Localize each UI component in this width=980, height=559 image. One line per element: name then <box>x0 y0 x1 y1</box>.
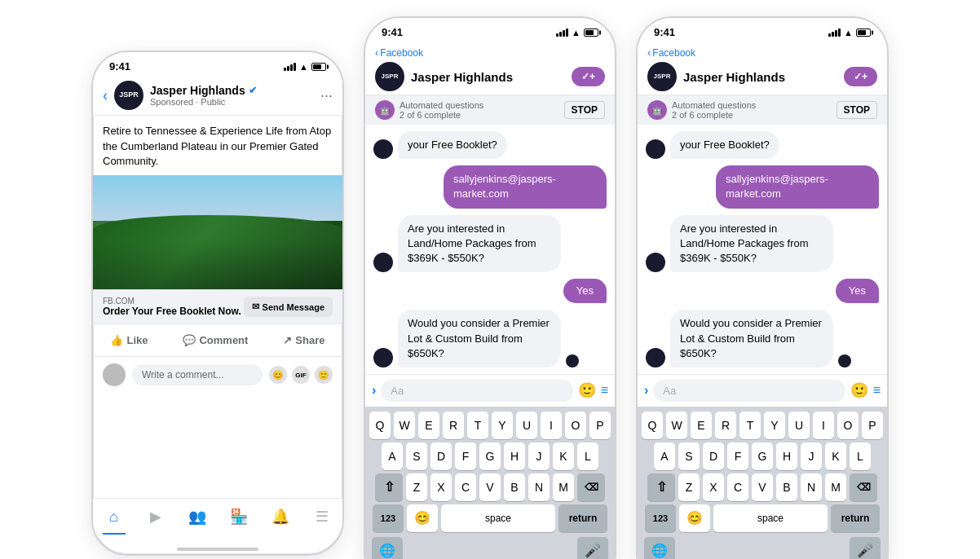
auto-avatar-2: 🤖 <box>647 100 667 120</box>
key-W[interactable]: W <box>394 412 415 439</box>
messenger-action-button-2[interactable]: ✓+ <box>844 67 877 86</box>
key-space-2[interactable]: space <box>713 504 828 532</box>
comment-input[interactable]: Write a comment... <box>132 364 263 385</box>
emoji-picker-icon-2[interactable]: 🙂 <box>850 381 868 399</box>
key-G[interactable]: G <box>479 442 501 470</box>
key-P2[interactable]: P <box>862 412 883 439</box>
key-emoji-2[interactable]: 😊 <box>679 504 710 532</box>
emoji-picker-icon[interactable]: 🙂 <box>578 381 596 399</box>
key-globe-2[interactable]: 🌐 <box>644 537 675 559</box>
key-mic-2[interactable]: 🎤 <box>850 537 881 559</box>
message-input-2[interactable]: Aa <box>653 380 845 402</box>
key-D[interactable]: D <box>430 442 452 470</box>
key-O2[interactable]: O <box>837 412 859 439</box>
messenger-back-button-2[interactable]: ‹ Facebook <box>647 46 695 59</box>
key-K[interactable]: K <box>553 442 574 470</box>
key-Z2[interactable]: Z <box>678 473 700 501</box>
key-C2[interactable]: C <box>727 473 748 501</box>
messenger-action-button[interactable]: ✓+ <box>572 67 605 86</box>
key-emoji[interactable]: 😊 <box>407 504 438 532</box>
key-R[interactable]: R <box>443 412 464 439</box>
key-E[interactable]: E <box>418 412 439 439</box>
key-H[interactable]: H <box>504 442 525 470</box>
signal-icon-3 <box>828 29 841 37</box>
key-M2[interactable]: M <box>825 473 846 501</box>
key-return[interactable]: return <box>558 504 607 532</box>
key-V[interactable]: V <box>479 473 501 501</box>
key-O[interactable]: O <box>565 412 586 439</box>
key-U[interactable]: U <box>516 412 537 439</box>
key-W2[interactable]: W <box>666 412 687 439</box>
key-M[interactable]: M <box>553 473 574 501</box>
key-Z[interactable]: Z <box>406 473 427 501</box>
nav-video-icon[interactable]: ▶ <box>144 505 167 528</box>
key-I2[interactable]: I <box>813 412 834 439</box>
key-J[interactable]: J <box>528 442 550 470</box>
key-mic[interactable]: 🎤 <box>577 537 608 559</box>
key-N[interactable]: N <box>528 473 550 501</box>
messenger-back-button[interactable]: ‹ Facebook <box>375 46 423 59</box>
key-R2[interactable]: R <box>715 412 736 439</box>
nav-bell-icon[interactable]: 🔔 <box>269 505 292 528</box>
back-arrow-icon[interactable]: ‹ <box>103 87 108 104</box>
key-L2[interactable]: L <box>850 442 871 470</box>
key-E2[interactable]: E <box>691 412 712 439</box>
nav-friends-icon[interactable]: 👥 <box>186 505 209 528</box>
key-F2[interactable]: F <box>727 442 748 470</box>
key-V2[interactable]: V <box>752 473 773 501</box>
key-space[interactable]: space <box>441 504 555 532</box>
key-S2[interactable]: S <box>678 442 700 470</box>
key-numbers[interactable]: 123 <box>373 504 404 532</box>
gif-icon[interactable]: GIF <box>292 366 310 384</box>
key-A2[interactable]: A <box>654 442 675 470</box>
key-B2[interactable]: B <box>776 473 797 501</box>
stop-button[interactable]: STOP <box>564 101 605 119</box>
key-A[interactable]: A <box>382 442 403 470</box>
key-Q[interactable]: Q <box>369 412 391 439</box>
message-expand-icon-2[interactable]: › <box>644 383 648 398</box>
key-shift-2[interactable]: ⇧ <box>647 473 675 501</box>
key-T2[interactable]: T <box>739 412 761 439</box>
share-button[interactable]: ↗ Share <box>273 328 334 353</box>
key-Y[interactable]: Y <box>492 412 513 439</box>
key-J2[interactable]: J <box>801 442 822 470</box>
key-U2[interactable]: U <box>788 412 810 439</box>
key-D2[interactable]: D <box>703 442 724 470</box>
key-G2[interactable]: G <box>752 442 773 470</box>
key-delete[interactable]: ⌫ <box>577 473 605 501</box>
key-N2[interactable]: N <box>801 473 822 501</box>
key-B[interactable]: B <box>504 473 525 501</box>
menu-lines-icon-2[interactable]: ≡ <box>873 383 881 398</box>
more-options-icon[interactable]: ··· <box>320 87 333 104</box>
key-F[interactable]: F <box>455 442 476 470</box>
key-delete-2[interactable]: ⌫ <box>850 473 877 501</box>
key-S[interactable]: S <box>406 442 427 470</box>
key-I[interactable]: I <box>541 412 562 439</box>
key-X[interactable]: X <box>430 473 452 501</box>
comment-button[interactable]: 💬 Comment <box>173 328 258 353</box>
emoji-icon[interactable]: 🙂 <box>315 366 333 384</box>
key-globe[interactable]: 🌐 <box>372 537 403 559</box>
key-shift[interactable]: ⇧ <box>375 473 403 501</box>
stop-button-2[interactable]: STOP <box>837 101 877 119</box>
key-C[interactable]: C <box>455 473 476 501</box>
key-Y2[interactable]: Y <box>764 412 785 439</box>
key-X2[interactable]: X <box>703 473 724 501</box>
nav-home-icon[interactable]: ⌂ <box>103 505 126 528</box>
avatar-sticker-icon[interactable]: 😊 <box>269 366 287 384</box>
key-H2[interactable]: H <box>776 442 797 470</box>
key-Q2[interactable]: Q <box>642 412 663 439</box>
menu-lines-icon[interactable]: ≡ <box>601 383 608 398</box>
like-button[interactable]: 👍 Like <box>100 328 157 353</box>
key-T[interactable]: T <box>467 412 488 439</box>
send-message-button[interactable]: ✉ Send Message <box>244 297 333 317</box>
key-P[interactable]: P <box>589 412 611 439</box>
message-expand-icon[interactable]: › <box>372 383 376 398</box>
key-numbers-2[interactable]: 123 <box>645 504 676 532</box>
key-K2[interactable]: K <box>825 442 846 470</box>
key-return-2[interactable]: return <box>831 504 880 532</box>
key-L[interactable]: L <box>577 442 598 470</box>
message-input-1[interactable]: Aa <box>381 380 572 402</box>
nav-marketplace-icon[interactable]: 🏪 <box>227 505 250 528</box>
nav-menu-icon[interactable]: ☰ <box>311 505 333 528</box>
